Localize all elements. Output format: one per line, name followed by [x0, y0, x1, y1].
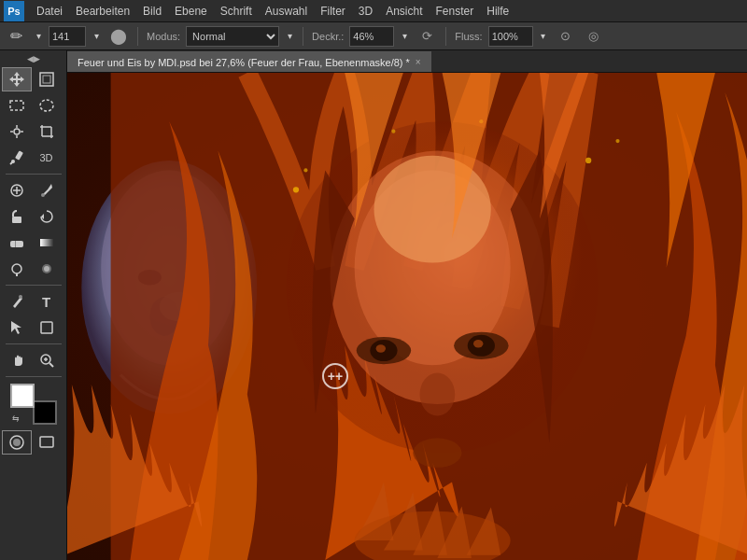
brush-tool-side[interactable]: [32, 178, 62, 203]
screen-mode-tool[interactable]: [32, 430, 62, 455]
tool-row-9: T: [2, 289, 65, 314]
bg-color-swatch[interactable]: [33, 400, 57, 425]
menu-ansicht[interactable]: Ansicht: [379, 3, 429, 20]
svg-line-34: [49, 363, 53, 367]
hardness-icon[interactable]: ⬤: [106, 25, 131, 48]
spot-heal-tool[interactable]: [2, 178, 32, 203]
color-swatches: ⇆: [10, 384, 57, 425]
svg-point-29: [44, 266, 49, 272]
separator-1: [137, 27, 138, 46]
fluss-label: Fluss:: [455, 31, 482, 42]
quick-mask-tool[interactable]: [2, 430, 32, 455]
path-select-tool[interactable]: [2, 315, 32, 340]
tablet-pressure-btn[interactable]: ◎: [582, 25, 606, 48]
menu-fenster[interactable]: Fenster: [430, 3, 481, 20]
separator-3: [445, 27, 446, 46]
svg-rect-21: [12, 217, 21, 223]
zoom-tool[interactable]: [32, 348, 62, 372]
tool-panel: ◀▶: [0, 50, 67, 560]
brush-tool-btn[interactable]: ✏: [4, 25, 28, 48]
tool-row-2: [2, 93, 65, 118]
separator-2: [303, 27, 303, 46]
tool-row-6: [2, 204, 65, 229]
svg-point-20: [41, 193, 45, 197]
tool-row-8: [2, 257, 65, 281]
svg-rect-1: [40, 73, 53, 86]
main-area: ◀▶: [0, 50, 747, 560]
menu-auswahl[interactable]: Auswahl: [259, 3, 314, 20]
blur-tool[interactable]: [32, 257, 62, 281]
shape-tool[interactable]: [32, 315, 62, 340]
svg-point-4: [40, 100, 53, 111]
flow-icon[interactable]: ⟳: [415, 25, 439, 48]
brush-preset-btn[interactable]: ▾: [32, 25, 45, 48]
svg-point-26: [12, 264, 21, 273]
tool-row-4: 3D: [2, 146, 65, 170]
svg-rect-14: [15, 150, 23, 160]
svg-rect-25: [40, 239, 53, 246]
magic-wand-tool[interactable]: [2, 119, 32, 144]
menu-datei[interactable]: Datei: [30, 3, 69, 20]
svg-rect-38: [13, 439, 21, 446]
airbrush-btn[interactable]: ⊙: [554, 25, 578, 48]
modus-dropdown[interactable]: ▾: [283, 25, 296, 48]
fg-color-swatch[interactable]: [10, 384, 35, 408]
tool-row-10: [2, 315, 65, 340]
menu-3d[interactable]: 3D: [352, 3, 379, 20]
ps-logo: Ps: [4, 1, 24, 21]
tool-row-3: [2, 119, 65, 144]
menu-filter[interactable]: Filter: [314, 3, 352, 20]
menu-bearbeiten[interactable]: Bearbeiten: [69, 3, 136, 20]
clone-stamp-tool[interactable]: [2, 204, 32, 229]
toolbar-bar: ✏ ▾ 141 ▾ ⬤ Modus: Normal Multiplizieren…: [0, 22, 747, 50]
tool-divider-4: [6, 376, 62, 377]
tool-row-11: [2, 348, 65, 372]
brush-size-dropdown[interactable]: ▾: [90, 25, 103, 48]
tool-row-5: [2, 178, 65, 203]
svg-rect-24: [15, 241, 16, 247]
tab-close-btn[interactable]: ×: [416, 57, 421, 67]
modus-select[interactable]: Normal Multiplizieren Negativ multiplizi…: [186, 26, 279, 47]
svg-rect-32: [41, 322, 52, 333]
brush-size-input[interactable]: 141: [49, 26, 86, 47]
image-canvas[interactable]: +: [67, 73, 747, 560]
tool-row-extra: [2, 430, 65, 455]
panel-collapse-btn[interactable]: ◀▶: [27, 54, 40, 63]
menu-schrift[interactable]: Schrift: [214, 3, 259, 20]
svg-rect-66: [67, 73, 747, 560]
tool-row-7: [2, 231, 65, 255]
deckraft-label: Deckr.:: [312, 31, 344, 42]
dodge-tool[interactable]: [2, 257, 32, 281]
crop-tool[interactable]: [32, 119, 62, 144]
svg-point-9: [14, 129, 20, 134]
swap-colors-icon[interactable]: ⇆: [12, 413, 20, 423]
hand-tool[interactable]: [2, 348, 32, 372]
menu-bild[interactable]: Bild: [136, 3, 168, 20]
pen-tool[interactable]: [2, 289, 32, 314]
fluss-dropdown[interactable]: ▾: [537, 25, 550, 48]
type-tool[interactable]: T: [32, 289, 62, 314]
3d-tool[interactable]: 3D: [32, 146, 62, 170]
menu-ebene[interactable]: Ebene: [168, 3, 214, 20]
document-tab[interactable]: Feuer und Eis by MDI.psd bei 27,6% (Feue…: [67, 51, 431, 72]
canvas-area: Feuer und Eis by MDI.psd bei 27,6% (Feue…: [67, 50, 747, 560]
lasso-tool[interactable]: [32, 93, 62, 118]
svg-point-16: [11, 160, 15, 163]
menu-bar: Ps Datei Bearbeiten Bild Ebene Schrift A…: [0, 0, 747, 22]
eraser-tool[interactable]: [2, 231, 32, 255]
artboard-tool[interactable]: [32, 67, 62, 91]
svg-point-30: [19, 295, 22, 299]
history-brush-tool[interactable]: [32, 204, 62, 229]
deckraft-input[interactable]: 46%: [349, 26, 394, 47]
move-tool[interactable]: [2, 67, 32, 91]
deckraft-dropdown[interactable]: ▾: [398, 25, 411, 48]
gradient-tool[interactable]: [32, 231, 62, 255]
menu-hilfe[interactable]: Hilfe: [480, 3, 515, 20]
rect-marquee-tool[interactable]: [2, 93, 32, 118]
tab-bar: Feuer und Eis by MDI.psd bei 27,6% (Feue…: [67, 50, 747, 73]
modus-label: Modus:: [147, 31, 180, 42]
svg-rect-23: [10, 241, 23, 247]
tool-divider-3: [6, 343, 62, 344]
eyedropper-tool[interactable]: [2, 146, 32, 170]
fluss-input[interactable]: 100%: [488, 26, 533, 47]
